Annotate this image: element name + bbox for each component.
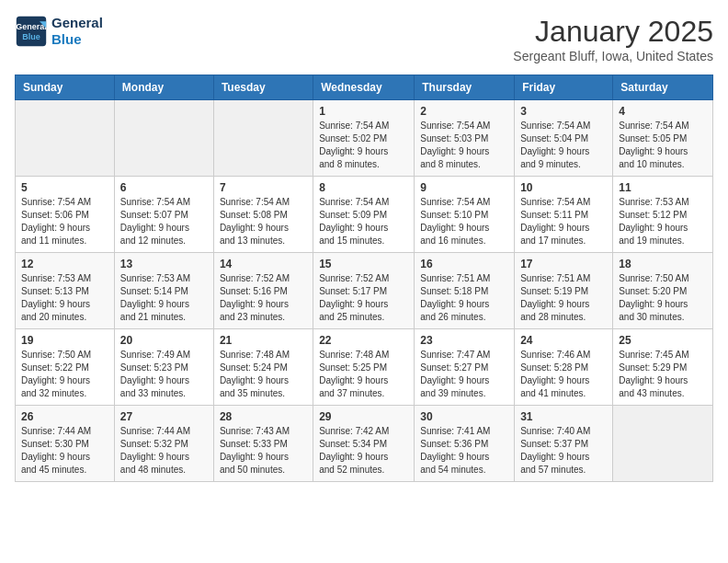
day-number: 17 xyxy=(520,258,607,270)
calendar-cell: 26Sunrise: 7:44 AM Sunset: 5:30 PM Dayli… xyxy=(16,406,115,482)
day-number: 24 xyxy=(520,334,607,347)
day-number: 16 xyxy=(420,258,508,270)
day-number: 30 xyxy=(420,410,508,423)
day-info: Sunrise: 7:46 AM Sunset: 5:28 PM Dayligh… xyxy=(520,349,607,400)
day-number: 27 xyxy=(120,410,208,423)
calendar-cell: 29Sunrise: 7:42 AM Sunset: 5:34 PM Dayli… xyxy=(313,406,415,482)
day-number: 10 xyxy=(520,181,607,194)
day-info: Sunrise: 7:54 AM Sunset: 5:10 PM Dayligh… xyxy=(420,196,508,247)
day-number: 6 xyxy=(120,181,208,194)
month-title: January 2025 xyxy=(513,15,713,49)
calendar-cell: 20Sunrise: 7:49 AM Sunset: 5:23 PM Dayli… xyxy=(114,329,213,406)
day-info: Sunrise: 7:54 AM Sunset: 5:04 PM Dayligh… xyxy=(520,120,607,171)
logo-text-blue: Blue xyxy=(51,31,103,48)
weekday-header-row: SundayMondayTuesdayWednesdayThursdayFrid… xyxy=(16,75,713,100)
day-number: 13 xyxy=(120,258,208,270)
title-block: January 2025 Sergeant Bluff, Iowa, Unite… xyxy=(513,15,713,63)
day-info: Sunrise: 7:54 AM Sunset: 5:07 PM Dayligh… xyxy=(120,196,208,247)
day-info: Sunrise: 7:50 AM Sunset: 5:20 PM Dayligh… xyxy=(619,272,707,324)
calendar-week-3: 12Sunrise: 7:53 AM Sunset: 5:13 PM Dayli… xyxy=(16,253,713,329)
day-info: Sunrise: 7:54 AM Sunset: 5:08 PM Dayligh… xyxy=(220,196,307,247)
calendar-cell: 14Sunrise: 7:52 AM Sunset: 5:16 PM Dayli… xyxy=(213,253,313,329)
calendar-cell xyxy=(16,100,115,177)
calendar-week-2: 5Sunrise: 7:54 AM Sunset: 5:06 PM Daylig… xyxy=(16,177,713,253)
day-number: 9 xyxy=(420,181,508,194)
day-info: Sunrise: 7:41 AM Sunset: 5:36 PM Dayligh… xyxy=(420,425,508,477)
day-number: 19 xyxy=(21,334,108,347)
day-info: Sunrise: 7:42 AM Sunset: 5:34 PM Dayligh… xyxy=(319,425,408,477)
day-info: Sunrise: 7:43 AM Sunset: 5:33 PM Dayligh… xyxy=(220,425,307,477)
logo-icon: General Blue xyxy=(15,15,48,48)
calendar-cell: 22Sunrise: 7:48 AM Sunset: 5:25 PM Dayli… xyxy=(313,329,415,406)
day-number: 8 xyxy=(319,181,408,194)
calendar-cell: 16Sunrise: 7:51 AM Sunset: 5:18 PM Dayli… xyxy=(415,253,515,329)
calendar-cell: 28Sunrise: 7:43 AM Sunset: 5:33 PM Dayli… xyxy=(213,406,313,482)
day-info: Sunrise: 7:49 AM Sunset: 5:23 PM Dayligh… xyxy=(120,349,208,400)
day-info: Sunrise: 7:45 AM Sunset: 5:29 PM Dayligh… xyxy=(619,349,707,400)
day-number: 18 xyxy=(619,258,707,270)
calendar-cell: 27Sunrise: 7:44 AM Sunset: 5:32 PM Dayli… xyxy=(114,406,213,482)
day-info: Sunrise: 7:52 AM Sunset: 5:16 PM Dayligh… xyxy=(220,272,307,324)
day-info: Sunrise: 7:53 AM Sunset: 5:12 PM Dayligh… xyxy=(619,196,707,247)
day-number: 1 xyxy=(319,105,408,118)
calendar-cell: 9Sunrise: 7:54 AM Sunset: 5:10 PM Daylig… xyxy=(415,177,515,253)
day-number: 25 xyxy=(619,334,707,347)
calendar-cell: 17Sunrise: 7:51 AM Sunset: 5:19 PM Dayli… xyxy=(515,253,613,329)
calendar-week-4: 19Sunrise: 7:50 AM Sunset: 5:22 PM Dayli… xyxy=(16,329,713,406)
day-info: Sunrise: 7:51 AM Sunset: 5:19 PM Dayligh… xyxy=(520,272,607,324)
calendar-cell xyxy=(213,100,313,177)
calendar-cell: 6Sunrise: 7:54 AM Sunset: 5:07 PM Daylig… xyxy=(114,177,213,253)
weekday-header-friday: Friday xyxy=(515,75,613,100)
calendar-table: SundayMondayTuesdayWednesdayThursdayFrid… xyxy=(15,75,713,482)
day-number: 3 xyxy=(520,105,607,118)
day-info: Sunrise: 7:54 AM Sunset: 5:06 PM Dayligh… xyxy=(21,196,108,247)
calendar-cell xyxy=(114,100,213,177)
calendar-cell: 18Sunrise: 7:50 AM Sunset: 5:20 PM Dayli… xyxy=(613,253,713,329)
logo-text-general: General xyxy=(51,15,103,31)
day-number: 21 xyxy=(220,334,307,347)
day-number: 2 xyxy=(420,105,508,118)
day-info: Sunrise: 7:50 AM Sunset: 5:22 PM Dayligh… xyxy=(21,349,108,400)
day-info: Sunrise: 7:54 AM Sunset: 5:09 PM Dayligh… xyxy=(319,196,408,247)
day-info: Sunrise: 7:47 AM Sunset: 5:27 PM Dayligh… xyxy=(420,349,508,400)
calendar-cell: 13Sunrise: 7:53 AM Sunset: 5:14 PM Dayli… xyxy=(114,253,213,329)
calendar-cell: 7Sunrise: 7:54 AM Sunset: 5:08 PM Daylig… xyxy=(213,177,313,253)
calendar-cell: 12Sunrise: 7:53 AM Sunset: 5:13 PM Dayli… xyxy=(16,253,115,329)
calendar-cell: 4Sunrise: 7:54 AM Sunset: 5:05 PM Daylig… xyxy=(613,100,713,177)
calendar-week-5: 26Sunrise: 7:44 AM Sunset: 5:30 PM Dayli… xyxy=(16,406,713,482)
calendar-cell: 19Sunrise: 7:50 AM Sunset: 5:22 PM Dayli… xyxy=(16,329,115,406)
weekday-header-wednesday: Wednesday xyxy=(313,75,415,100)
calendar-cell: 24Sunrise: 7:46 AM Sunset: 5:28 PM Dayli… xyxy=(515,329,613,406)
day-info: Sunrise: 7:44 AM Sunset: 5:30 PM Dayligh… xyxy=(21,425,108,477)
day-number: 26 xyxy=(21,410,108,423)
weekday-header-saturday: Saturday xyxy=(613,75,713,100)
day-number: 20 xyxy=(120,334,208,347)
day-number: 7 xyxy=(220,181,307,194)
weekday-header-tuesday: Tuesday xyxy=(213,75,313,100)
weekday-header-monday: Monday xyxy=(114,75,213,100)
location: Sergeant Bluff, Iowa, United States xyxy=(513,49,713,63)
calendar-week-1: 1Sunrise: 7:54 AM Sunset: 5:02 PM Daylig… xyxy=(16,100,713,177)
day-number: 28 xyxy=(220,410,307,423)
day-number: 14 xyxy=(220,258,307,270)
day-number: 4 xyxy=(619,105,707,118)
day-info: Sunrise: 7:54 AM Sunset: 5:11 PM Dayligh… xyxy=(520,196,607,247)
calendar-cell: 21Sunrise: 7:48 AM Sunset: 5:24 PM Dayli… xyxy=(213,329,313,406)
calendar-cell: 31Sunrise: 7:40 AM Sunset: 5:37 PM Dayli… xyxy=(515,406,613,482)
day-info: Sunrise: 7:52 AM Sunset: 5:17 PM Dayligh… xyxy=(319,272,408,324)
page-header: General Blue General Blue January 2025 S… xyxy=(15,15,713,63)
day-info: Sunrise: 7:54 AM Sunset: 5:02 PM Dayligh… xyxy=(319,120,408,171)
weekday-header-sunday: Sunday xyxy=(16,75,115,100)
calendar-cell: 30Sunrise: 7:41 AM Sunset: 5:36 PM Dayli… xyxy=(415,406,515,482)
calendar-cell: 2Sunrise: 7:54 AM Sunset: 5:03 PM Daylig… xyxy=(415,100,515,177)
calendar-cell: 15Sunrise: 7:52 AM Sunset: 5:17 PM Dayli… xyxy=(313,253,415,329)
calendar-cell: 23Sunrise: 7:47 AM Sunset: 5:27 PM Dayli… xyxy=(415,329,515,406)
day-info: Sunrise: 7:53 AM Sunset: 5:14 PM Dayligh… xyxy=(120,272,208,324)
day-number: 15 xyxy=(319,258,408,270)
day-number: 11 xyxy=(619,181,707,194)
day-info: Sunrise: 7:54 AM Sunset: 5:05 PM Dayligh… xyxy=(619,120,707,171)
day-info: Sunrise: 7:40 AM Sunset: 5:37 PM Dayligh… xyxy=(520,425,607,477)
calendar-cell: 5Sunrise: 7:54 AM Sunset: 5:06 PM Daylig… xyxy=(16,177,115,253)
day-number: 22 xyxy=(319,334,408,347)
day-number: 23 xyxy=(420,334,508,347)
